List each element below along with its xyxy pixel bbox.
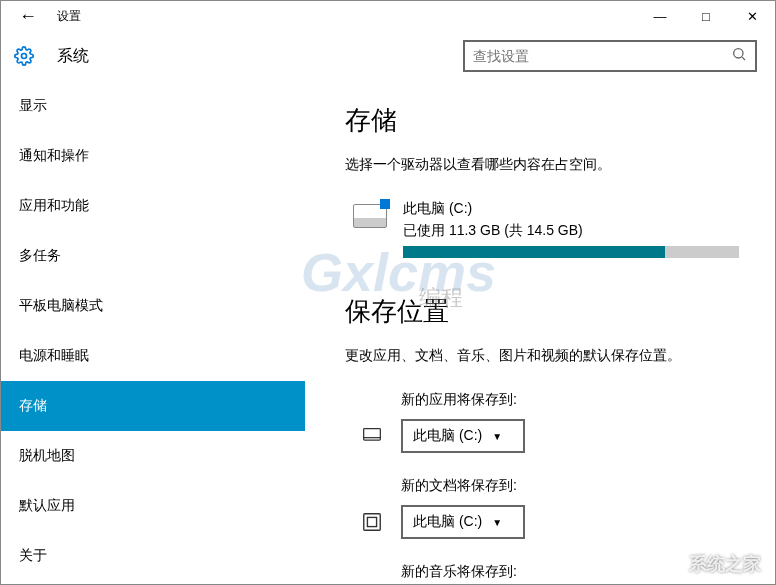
svg-rect-5 [364,514,381,531]
chevron-down-icon: ▼ [492,431,502,442]
sidebar-item-label: 通知和操作 [19,147,89,165]
save-music-label: 新的音乐将保存到: [401,563,739,581]
close-icon[interactable]: ✕ [729,1,775,31]
save-row-docs: 新的文档将保存到: 此电脑 (C:) ▼ [359,477,739,539]
monitor-icon [359,425,385,447]
sidebar-item-default-apps[interactable]: 默认应用 [1,481,305,531]
content: 显示 通知和操作 应用和功能 多任务 平板电脑模式 电源和睡眠 存储 脱机地图 … [1,81,775,584]
sidebar-item-display[interactable]: 显示 [1,81,305,131]
drive-bar [403,246,739,258]
drive-row[interactable]: 此电脑 (C:) 已使用 11.3 GB (共 14.5 GB) [353,200,739,258]
save-location-title: 保存位置 [345,294,739,329]
search-icon[interactable] [731,46,747,66]
sidebar: 显示 通知和操作 应用和功能 多任务 平板电脑模式 电源和睡眠 存储 脱机地图 … [1,81,305,584]
save-row-apps: 新的应用将保存到: 此电脑 (C:) ▼ [359,391,739,453]
sidebar-item-tablet[interactable]: 平板电脑模式 [1,281,305,331]
drive-info: 此电脑 (C:) 已使用 11.3 GB (共 14.5 GB) [403,200,739,258]
sidebar-item-label: 脱机地图 [19,447,75,465]
sidebar-item-label: 默认应用 [19,497,75,515]
gear-icon[interactable] [13,45,35,67]
save-docs-label: 新的文档将保存到: [401,477,739,495]
sidebar-item-label: 存储 [19,397,47,415]
titlebar: ← 设置 — □ ✕ [1,1,775,31]
sidebar-item-notifications[interactable]: 通知和操作 [1,131,305,181]
sidebar-item-label: 平板电脑模式 [19,297,103,315]
svg-rect-6 [367,517,376,526]
svg-point-1 [734,49,743,58]
page-title: 存储 [345,103,739,138]
drive-bar-fill [403,246,665,258]
save-location-desc: 更改应用、文档、音乐、图片和视频的默认保存位置。 [345,347,739,365]
svg-line-2 [742,57,745,60]
save-apps-label: 新的应用将保存到: [401,391,739,409]
dropdown-value: 此电脑 (C:) [413,427,482,445]
maximize-icon[interactable]: □ [683,1,729,31]
sidebar-item-label: 电源和睡眠 [19,347,89,365]
sidebar-item-about[interactable]: 关于 [1,531,305,581]
header: 系统 [1,31,775,81]
sidebar-item-label: 多任务 [19,247,61,265]
drive-name: 此电脑 (C:) [403,200,739,218]
window-buttons: — □ ✕ [637,1,775,31]
document-icon [359,511,385,533]
sidebar-item-multitask[interactable]: 多任务 [1,231,305,281]
svg-point-0 [22,54,27,59]
drive-usage: 已使用 11.3 GB (共 14.5 GB) [403,222,739,240]
sidebar-item-storage[interactable]: 存储 [1,381,305,431]
main-panel: 存储 选择一个驱动器以查看哪些内容在占空间。 此电脑 (C:) 已使用 11.3… [305,81,775,584]
sidebar-item-offline-maps[interactable]: 脱机地图 [1,431,305,481]
search-input[interactable] [473,48,731,64]
back-icon[interactable]: ← [13,6,43,27]
search-box[interactable] [463,40,757,72]
docs-location-dropdown[interactable]: 此电脑 (C:) ▼ [401,505,525,539]
sidebar-item-power[interactable]: 电源和睡眠 [1,331,305,381]
svg-rect-3 [364,429,381,441]
chevron-down-icon: ▼ [492,517,502,528]
apps-location-dropdown[interactable]: 此电脑 (C:) ▼ [401,419,525,453]
sidebar-item-label: 关于 [19,547,47,565]
dropdown-value: 此电脑 (C:) [413,513,482,531]
section-title: 系统 [57,46,89,67]
window-title: 设置 [57,8,81,25]
drive-icon [353,204,387,228]
page-subtitle: 选择一个驱动器以查看哪些内容在占空间。 [345,156,739,174]
sidebar-item-label: 应用和功能 [19,197,89,215]
sidebar-item-apps[interactable]: 应用和功能 [1,181,305,231]
minimize-icon[interactable]: — [637,1,683,31]
sidebar-item-label: 显示 [19,97,47,115]
